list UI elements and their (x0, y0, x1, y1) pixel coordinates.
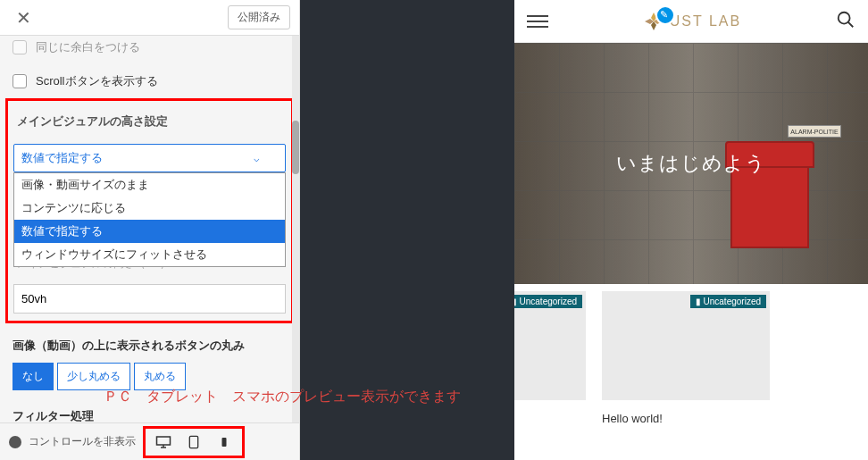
radio-round[interactable]: 丸める (134, 363, 186, 390)
svg-rect-3 (189, 436, 197, 447)
dropdown-option-original[interactable]: 画像・動画サイズのまま (14, 173, 285, 197)
post-cards: ▮ Uncategorized ▮ Uncategorized Hello wo… (514, 284, 868, 400)
chevron-down-icon: ⌵ (254, 153, 260, 164)
mailbox-label: ALARM-POLITIE (788, 125, 841, 138)
gear-icon[interactable] (9, 436, 21, 448)
device-preview-toggles (143, 426, 245, 458)
height-settings-section: メインビジュアルの高さ設定 数値で指定する ⌵ 画像・動画サイズのまま コンテン… (5, 98, 294, 323)
dropdown-option-window[interactable]: ウィンドウサイズにフィットさせる (14, 243, 285, 266)
checkbox-icon (13, 74, 27, 88)
category-tag[interactable]: ▮ Uncategorized (514, 295, 582, 308)
panel-footer: コントロールを非表示 (0, 422, 299, 460)
search-icon[interactable] (836, 10, 855, 33)
height-select[interactable]: 数値で指定する ⌵ 画像・動画サイズのまま コンテンツに応じる 数値で指定する … (13, 144, 286, 172)
dropdown-option-numeric[interactable]: 数値で指定する (14, 220, 285, 243)
close-button[interactable]: ✕ (9, 7, 38, 29)
panel-header: ✕ 公開済み (0, 0, 299, 36)
checkbox-row-margin[interactable]: 同じに余白をつける (0, 36, 299, 64)
dropdown-list: 画像・動画サイズのまま コンテンツに応じる 数値で指定する ウィンドウサイズにフ… (13, 172, 286, 267)
desktop-icon[interactable] (154, 434, 172, 450)
scrollbar-thumb[interactable] (292, 121, 299, 174)
height-value-input[interactable] (13, 284, 286, 314)
hero-title: いまはじめよう (616, 150, 766, 177)
tablet-icon[interactable] (185, 434, 203, 450)
hero-visual: ALARM-POLITIE いまはじめよう (514, 43, 868, 284)
hide-controls-link[interactable]: コントロールを非表示 (29, 434, 136, 449)
svg-point-5 (839, 12, 850, 23)
logo-flower-icon: ✎ (643, 11, 664, 32)
category-tag[interactable]: ▮ Uncategorized (690, 295, 766, 308)
annotation-text: ＰＣ タブレット スマホのプレビュー表示ができます (104, 388, 863, 406)
checkbox-row-scroll[interactable]: Scrollボタンを表示する (0, 64, 299, 98)
site-logo[interactable]: ✎ UST LAB (643, 11, 741, 32)
dropdown-option-content[interactable]: コンテンツに応じる (14, 197, 285, 220)
select-value: 数値で指定する (21, 150, 103, 166)
section-title: メインビジュアルの高さ設定 (13, 108, 286, 140)
checkbox-label: 同じに余白をつける (36, 39, 140, 55)
checkbox-label: Scrollボタンを表示する (36, 73, 158, 89)
folder-icon: ▮ (514, 297, 517, 306)
svg-rect-4 (222, 438, 227, 447)
category-label: Uncategorized (704, 297, 761, 306)
hamburger-menu-icon[interactable] (527, 12, 548, 31)
post-card[interactable]: ▮ Uncategorized (514, 291, 586, 400)
category-label: Uncategorized (520, 297, 577, 306)
scrollbar[interactable] (292, 36, 299, 422)
post-card[interactable]: ▮ Uncategorized Hello world! (602, 291, 770, 400)
button-round-title: 画像（動画）の上に表示されるボタンの丸み (0, 323, 299, 363)
button-round-group: なし 少し丸める 丸める (0, 363, 299, 390)
preview-header: ✎ UST LAB (514, 0, 868, 43)
svg-line-6 (848, 21, 854, 27)
preview-gutter: ＰＣ タブレット スマホのプレビュー表示ができます (300, 0, 514, 460)
radio-none[interactable]: なし (13, 363, 54, 390)
svg-rect-0 (157, 437, 171, 445)
logo-text: UST LAB (670, 13, 741, 29)
checkbox-icon (13, 40, 27, 54)
edit-badge-icon[interactable]: ✎ (655, 5, 675, 25)
radio-slight[interactable]: 少し丸める (57, 363, 130, 390)
select-box[interactable]: 数値で指定する ⌵ (13, 144, 286, 172)
mobile-icon[interactable] (215, 434, 233, 450)
publish-button[interactable]: 公開済み (228, 5, 290, 29)
folder-icon: ▮ (696, 297, 701, 306)
post-title[interactable]: Hello world! (602, 412, 663, 425)
